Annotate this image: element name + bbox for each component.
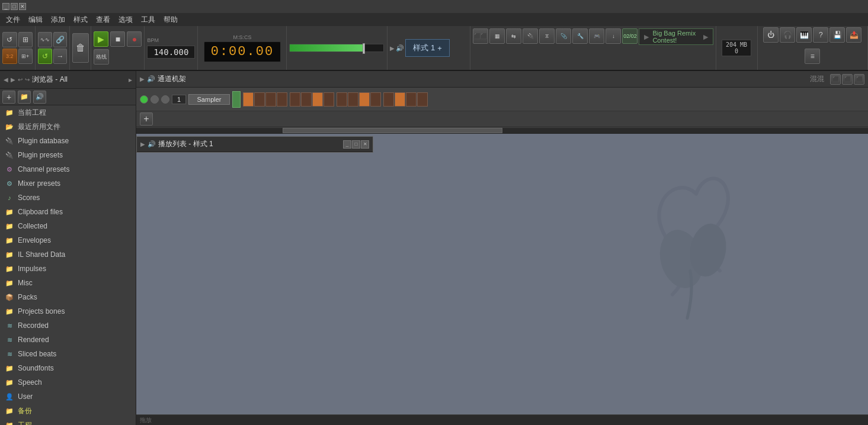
midi-icon[interactable]: 🎹 (796, 27, 812, 43)
sidebar-nav-next[interactable]: ▶ (11, 76, 15, 83)
refresh-icon[interactable]: ↺ (38, 49, 52, 64)
beat-btn-11[interactable] (359, 92, 370, 107)
beat-btn-3[interactable] (265, 92, 276, 107)
channel-level-indicator[interactable] (232, 91, 241, 108)
sidebar-undo[interactable]: ↩ (18, 76, 23, 83)
sidebar-speaker-btn[interactable]: 🔊 (33, 91, 46, 104)
mixer-btn-5[interactable]: ⧖ (539, 28, 555, 44)
toolbar-icon-3[interactable]: 3:2 (2, 49, 17, 64)
save-icon[interactable]: 💾 (829, 27, 845, 43)
beat-btn-5[interactable] (290, 92, 300, 107)
sidebar-item-speech[interactable]: 📁 Speech (0, 375, 136, 389)
channel-mute-btn[interactable] (150, 95, 159, 104)
channel-rack-icon-2[interactable]: ⬛ (842, 74, 853, 85)
channel-active-btn[interactable] (140, 95, 148, 104)
audio-icon[interactable]: 🎧 (780, 27, 795, 43)
sidebar-item-sliced-beats[interactable]: ≋ Sliced beats (0, 347, 136, 361)
beat-btn-15[interactable] (406, 92, 417, 107)
sidebar-item-recorded[interactable]: ≋ Recorded (0, 318, 136, 333)
sidebar-item-envelopes[interactable]: 📁 Envelopes (0, 233, 136, 247)
menu-options[interactable]: 选项 (115, 14, 136, 26)
toolbar-icon-4[interactable]: ⊞+ (18, 49, 33, 64)
title-bar-controls[interactable]: _ □ ✕ (2, 3, 26, 10)
menu-view[interactable]: 查看 (92, 14, 114, 26)
mixer-btn-3[interactable]: ⇆ (506, 28, 521, 44)
beat-btn-9[interactable] (337, 92, 347, 107)
sidebar-item-projects-bones[interactable]: 📁 Projects bones (0, 304, 136, 318)
playlist-close[interactable]: ✕ (361, 140, 369, 149)
sidebar-add-btn[interactable]: + (2, 91, 15, 104)
mixer-btn-10[interactable]: 02/02 (622, 28, 638, 44)
beat-btn-8[interactable] (324, 92, 334, 107)
export-icon[interactable]: 📤 (846, 27, 861, 43)
menu-style[interactable]: 样式 (70, 14, 91, 26)
channel-name[interactable]: Sampler (188, 94, 230, 105)
channel-rack-icon-1[interactable]: ⬛ (830, 74, 841, 85)
trash-icon[interactable]: 🗑 (72, 33, 89, 63)
mixer-btn-1[interactable]: ⬛⬛ (473, 28, 488, 44)
sidebar-item-impulses[interactable]: 📁 Impulses (0, 262, 136, 276)
playlist-window-controls[interactable]: _ □ ✕ (343, 140, 369, 149)
question-icon[interactable]: ? (813, 27, 828, 43)
sidebar-item-channel-presets[interactable]: ⚙ Channel presets (0, 162, 136, 176)
mixer-btn-9[interactable]: ↓ (606, 28, 621, 44)
sidebar-redo[interactable]: ↪ (25, 76, 30, 83)
sidebar-item-recent-files[interactable]: 📂 最近所用文件 (0, 120, 136, 134)
sidebar-item-il-shared-data[interactable]: 📁 IL Shared Data (0, 247, 136, 262)
beat-btn-7[interactable] (312, 92, 323, 107)
sidebar-item-user[interactable]: 👤 User (0, 389, 136, 404)
sidebar-nav-prev[interactable]: ◀ (4, 76, 8, 83)
beat-btn-4[interactable] (277, 92, 287, 107)
beat-btn-6[interactable] (301, 92, 312, 107)
sidebar-item-packs[interactable]: 📦 Packs (0, 290, 136, 304)
stop-button[interactable]: ■ (110, 31, 125, 47)
mixer-btn-2[interactable]: ▦ (489, 28, 505, 44)
add-channel-btn[interactable]: + (140, 112, 153, 125)
settings-icon[interactable]: ⏻ (763, 27, 779, 43)
grid-toggle[interactable]: 格线 (94, 49, 109, 65)
sidebar-item-soundfonts[interactable]: 📁 Soundfonts (0, 361, 136, 375)
toolbar-icon-1[interactable]: ↺ (2, 32, 17, 47)
mixer-btn-4[interactable]: 🔌 (523, 28, 538, 44)
sidebar-item-plugin-presets[interactable]: 🔌 Plugin presets (0, 148, 136, 162)
sidebar-item-backup[interactable]: 📁 备份 (0, 404, 136, 418)
beat-btn-2[interactable] (254, 92, 265, 107)
playlist-minimize[interactable]: _ (343, 140, 351, 149)
play-button[interactable]: ▶ (94, 31, 108, 47)
sidebar-item-current-project[interactable]: 📁 当前工程 (0, 105, 136, 120)
playlist-restore[interactable]: □ (352, 140, 360, 149)
menu-edit[interactable]: 编辑 (25, 14, 46, 26)
menu-file[interactable]: 文件 (2, 14, 24, 26)
toolbar-icon-2[interactable]: ⊞ (18, 32, 33, 47)
pattern-selector[interactable]: 样式 1 + (405, 39, 449, 57)
beat-btn-12[interactable] (370, 92, 381, 107)
sidebar-item-project[interactable]: 📁 工程 (0, 418, 136, 425)
record-button[interactable]: ● (127, 31, 142, 47)
volume-thumb[interactable] (363, 43, 365, 54)
arrow-icon[interactable]: → (53, 49, 68, 64)
close-btn[interactable]: ✕ (19, 3, 26, 10)
beat-btn-16[interactable] (417, 92, 428, 107)
mixer-btn-6[interactable]: 📎 (556, 28, 571, 44)
channel-rack-scrollbar-thumb[interactable] (283, 128, 502, 133)
minimize-btn[interactable]: _ (2, 3, 9, 10)
menu-icon[interactable]: ≡ (805, 49, 820, 64)
maximize-btn[interactable]: □ (11, 3, 18, 10)
sidebar-item-collected[interactable]: 📁 Collected (0, 219, 136, 233)
master-volume-slider[interactable] (289, 44, 384, 52)
bpm-display[interactable]: 140.000 (147, 46, 195, 59)
sidebar-item-plugin-database[interactable]: 🔌 Plugin database (0, 134, 136, 148)
channel-rack-scrollbar[interactable] (136, 127, 868, 133)
mixer-btn-8[interactable]: 🎮 (589, 28, 604, 44)
sidebar-item-clipboard[interactable]: 📁 Clipboard files (0, 205, 136, 219)
sidebar-folder-btn[interactable]: 📁 (18, 91, 31, 104)
sidebar-item-misc[interactable]: 📁 Misc (0, 276, 136, 290)
sidebar-item-mixer-presets[interactable]: ⚙ Mixer presets (0, 176, 136, 191)
mixer-btn-7[interactable]: 🔧 (572, 28, 588, 44)
waveform-icon[interactable]: ∿∿ (38, 32, 52, 47)
sidebar-item-scores[interactable]: ♪ Scores (0, 191, 136, 205)
menu-tools[interactable]: 工具 (137, 14, 159, 26)
beat-btn-14[interactable] (395, 92, 405, 107)
channel-rack-icon-3[interactable]: ⬛ (854, 74, 864, 85)
sidebar-expand[interactable]: ▸ (129, 76, 132, 84)
